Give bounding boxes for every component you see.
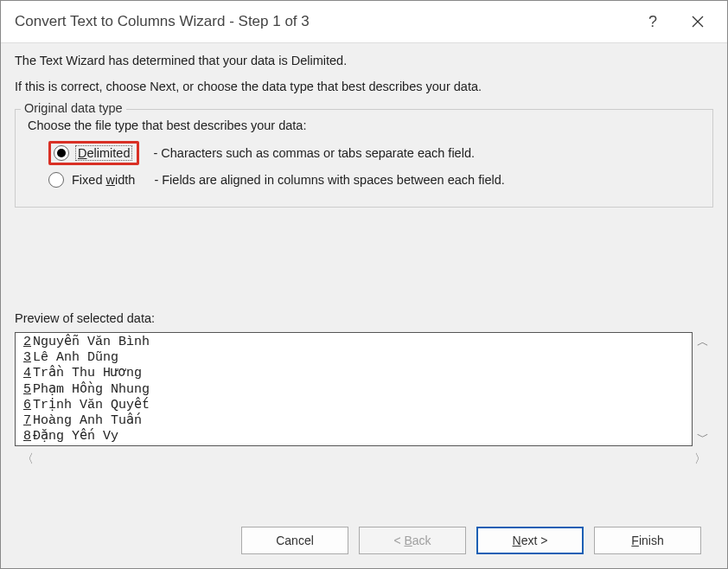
back-button: < Back <box>359 527 466 554</box>
cancel-button[interactable]: Cancel <box>241 527 348 554</box>
radio-fixed-width-desc: - Fields are aligned in columns with spa… <box>154 173 504 187</box>
preview-box[interactable]: 2Nguyễn Văn Bình 3Lê Anh Dũng 4Trần Thu … <box>15 332 693 446</box>
intro-text: The Text Wizard has determined that your… <box>15 54 713 105</box>
preview-area: 2Nguyễn Văn Bình 3Lê Anh Dũng 4Trần Thu … <box>15 332 713 446</box>
preview-line: 3Lê Anh Dũng <box>19 350 692 366</box>
radio-row-fixed-width: Fixed width - Fields are aligned in colu… <box>48 172 700 188</box>
delimited-highlight: Delimited <box>48 141 139 165</box>
radio-delimited-label[interactable]: Delimited <box>75 145 132 161</box>
radio-row-delimited: Delimited - Characters such as commas or… <box>48 141 700 165</box>
radio-checked-icon <box>57 149 66 157</box>
close-icon <box>692 16 704 28</box>
preview-label: Preview of selected data: <box>15 311 713 325</box>
intro-line-2: If this is correct, choose Next, or choo… <box>15 80 713 93</box>
original-data-type-group: Original data type Choose the file type … <box>15 109 713 208</box>
dialog-title: Convert Text to Columns Wizard - Step 1 … <box>15 13 635 30</box>
choose-file-type-label: Choose the file type that best describes… <box>28 118 700 132</box>
intro-line-1: The Text Wizard has determined that your… <box>15 54 713 67</box>
finish-button[interactable]: Finish <box>594 527 701 554</box>
scroll-right-icon: 〉 <box>694 451 706 467</box>
preview-line: 7Hoàng Anh Tuấn <box>19 413 692 429</box>
radio-fixed-width[interactable] <box>48 172 64 188</box>
preview-line: 5Phạm Hồng Nhung <box>19 382 692 398</box>
scroll-left-icon: 〈 <box>22 451 34 467</box>
close-button[interactable] <box>680 10 715 34</box>
preview-line: 2Nguyễn Văn Bình <box>19 335 692 350</box>
vertical-scrollbar[interactable]: ︿ ﹀ <box>693 332 713 446</box>
next-button[interactable]: Next > <box>476 527 584 554</box>
horizontal-scrollbar[interactable]: 〈 〉 <box>15 446 713 469</box>
fieldset-legend: Original data type <box>21 101 126 115</box>
radio-fixed-width-label[interactable]: Fixed width <box>70 173 137 187</box>
scroll-down-icon: ﹀ <box>697 431 709 443</box>
button-row: Cancel < Back Next > Finish <box>15 513 713 568</box>
titlebar: Convert Text to Columns Wizard - Step 1 … <box>1 1 727 43</box>
help-button[interactable]: ? <box>635 10 670 34</box>
preview-line: 6Trịnh Văn Quyết <box>19 398 692 413</box>
radio-delimited[interactable] <box>54 145 69 161</box>
dialog-content: The Text Wizard has determined that your… <box>1 43 727 568</box>
wizard-dialog: Convert Text to Columns Wizard - Step 1 … <box>0 0 728 569</box>
preview-line: 4Trần Thu Hương <box>19 366 692 381</box>
radio-delimited-desc: - Characters such as commas or tabs sepa… <box>153 146 475 160</box>
scroll-up-icon: ︿ <box>697 336 709 348</box>
preview-line: 8Đặng Yến Vy <box>19 429 692 444</box>
